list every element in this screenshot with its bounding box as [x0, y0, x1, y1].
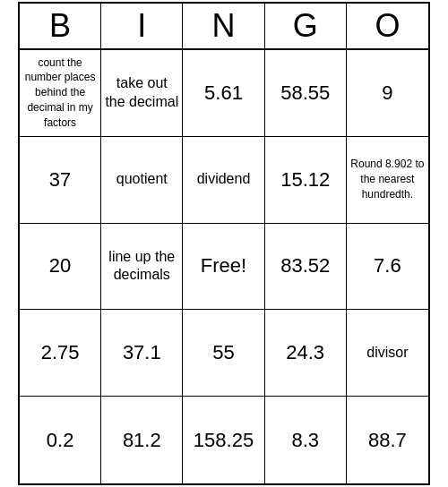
header-letter: B: [20, 4, 101, 48]
bingo-cell: 83.52: [265, 224, 347, 311]
bingo-cell: 55: [183, 310, 264, 397]
header-letter: G: [265, 4, 347, 48]
bingo-cell: dividend: [183, 137, 264, 224]
bingo-cell: 58.55: [265, 50, 347, 137]
bingo-cell: divisor: [347, 310, 428, 397]
bingo-cell: line up the decimals: [101, 224, 183, 311]
bingo-cell: 88.7: [347, 397, 428, 483]
header-letter: I: [101, 4, 183, 48]
bingo-cell: count the number places behind the decim…: [20, 50, 101, 137]
bingo-cell: Free!: [183, 224, 264, 311]
header-letter: O: [347, 4, 428, 48]
bingo-cell: 158.25: [183, 397, 264, 483]
bingo-cell: 24.3: [265, 310, 347, 397]
bingo-cell: 0.2: [20, 397, 101, 483]
bingo-cell: 2.75: [20, 310, 101, 397]
bingo-cell: 81.2: [101, 397, 183, 483]
bingo-cell: 37: [20, 137, 101, 224]
bingo-cell: 7.6: [347, 224, 428, 311]
header-letter: N: [183, 4, 264, 48]
bingo-cell: 20: [20, 224, 101, 311]
bingo-cell: 37.1: [101, 310, 183, 397]
bingo-cell: Round 8.902 to the nearest hundredth.: [347, 137, 428, 224]
bingo-cell: take out the decimal: [101, 50, 183, 137]
bingo-header: BINGO: [20, 4, 428, 50]
bingo-cell: 15.12: [265, 137, 347, 224]
bingo-cell: 8.3: [265, 397, 347, 483]
bingo-cell: 9: [347, 50, 428, 137]
bingo-cell: 5.61: [183, 50, 264, 137]
bingo-grid: count the number places behind the decim…: [20, 50, 428, 484]
bingo-cell: quotient: [101, 137, 183, 224]
bingo-card: BINGO count the number places behind the…: [18, 2, 430, 486]
